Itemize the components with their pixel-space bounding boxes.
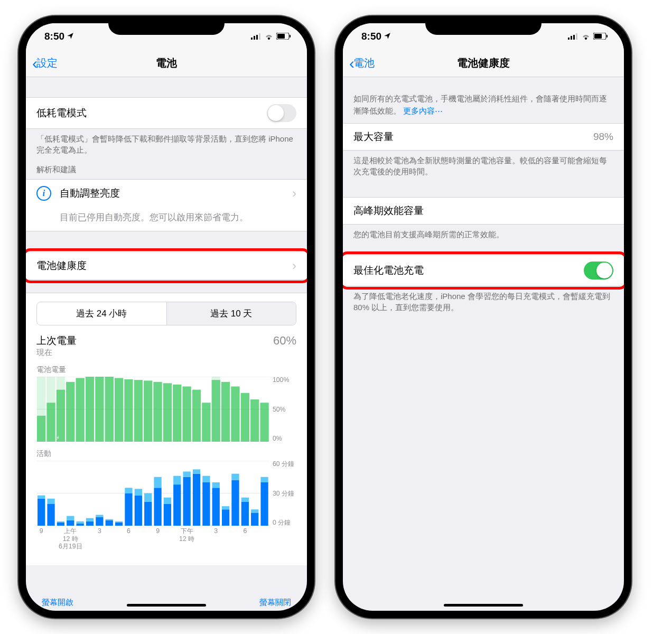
content-left[interactable]: 低耗電模式 「低耗電模式」會暫時降低下載和郵件擷取等背景活動，直到您將 iPho… (26, 77, 307, 611)
svg-text:下午: 下午 (181, 527, 193, 535)
nav-bar: ‹ 設定 電池 (26, 50, 307, 77)
battery-health-cell[interactable]: 電池健康度 › (26, 252, 307, 279)
svg-rect-92 (260, 482, 268, 526)
svg-text:⚡︎: ⚡︎ (56, 435, 60, 441)
svg-rect-88 (241, 502, 249, 526)
segment-10d[interactable]: 過去 10 天 (167, 302, 296, 325)
status-time: 8:50 (361, 31, 381, 42)
optimized-charging-cell[interactable]: 最佳化電池充電 (343, 255, 624, 286)
back-button[interactable]: ‹ 電池 (349, 55, 375, 71)
svg-rect-72 (164, 504, 171, 526)
chevron-right-icon: › (292, 258, 296, 273)
back-label: 電池 (353, 56, 375, 70)
svg-rect-59 (96, 515, 103, 517)
svg-text:6: 6 (127, 527, 130, 535)
screen-off-link[interactable]: 螢幕關閉 (259, 598, 291, 608)
svg-rect-75 (173, 476, 181, 484)
screen-on-link[interactable]: 螢幕開啟 (42, 598, 73, 608)
page-title: 電池健康度 (343, 56, 624, 70)
svg-rect-110 (573, 35, 575, 40)
content-right[interactable]: 如同所有的充電式電池，手機電池屬於消耗性組件，會隨著使用時間而逐漸降低效能。 更… (343, 77, 624, 611)
xaxis-svg: 9上午12 時6月19日369下午12 時36 (36, 526, 296, 553)
svg-rect-108 (568, 38, 570, 40)
battery-icon (593, 31, 608, 42)
svg-rect-86 (231, 480, 239, 526)
svg-rect-73 (164, 498, 171, 504)
home-indicator[interactable] (444, 604, 523, 607)
back-button[interactable]: ‹ 設定 (32, 55, 58, 71)
svg-rect-85 (222, 506, 229, 509)
svg-rect-2 (256, 35, 258, 40)
time-range-segment: 過去 24 小時 過去 10 天 (36, 302, 296, 325)
svg-rect-29 (182, 386, 191, 442)
svg-rect-87 (231, 474, 239, 480)
auto-brightness-label: 自動調整亮度 (60, 187, 120, 200)
segment-24h[interactable]: 過去 24 小時 (37, 302, 167, 325)
svg-rect-50 (57, 523, 64, 526)
low-power-footer: 「低耗電模式」會暫時降低下載和郵件擷取等背景活動，直到您將 iPhone 完全充… (26, 129, 307, 155)
svg-rect-80 (202, 482, 210, 526)
svg-rect-37 (250, 399, 259, 442)
svg-text:9: 9 (156, 527, 160, 535)
status-time: 8:50 (44, 31, 64, 42)
svg-rect-93 (260, 477, 268, 482)
low-power-label: 低耗電模式 (36, 106, 87, 120)
more-link[interactable]: 更多內容⋯ (403, 106, 443, 115)
svg-text:6: 6 (243, 527, 247, 535)
svg-rect-25 (144, 380, 152, 442)
svg-text:0 分鐘: 0 分鐘 (273, 519, 291, 526)
svg-rect-21 (105, 377, 114, 442)
home-indicator[interactable] (127, 604, 206, 607)
svg-rect-35 (231, 386, 239, 442)
optimized-charging-label: 最佳化電池充電 (353, 264, 424, 277)
svg-rect-34 (221, 382, 230, 442)
svg-rect-71 (154, 477, 161, 488)
svg-rect-68 (144, 502, 152, 526)
svg-rect-17 (66, 382, 74, 442)
optimized-charging-switch[interactable] (584, 262, 613, 279)
max-capacity-cell: 最大容量 98% (343, 124, 624, 150)
svg-text:30 分鐘: 30 分鐘 (273, 490, 294, 497)
svg-rect-24 (134, 380, 143, 442)
svg-rect-7 (290, 35, 291, 38)
chart2-title: 活動 (36, 449, 296, 459)
peak-performance-label: 高峰期效能容量 (353, 204, 424, 218)
svg-rect-38 (260, 403, 268, 442)
notch (425, 16, 542, 35)
svg-rect-66 (135, 496, 142, 526)
low-power-switch[interactable] (267, 104, 296, 122)
svg-rect-62 (115, 523, 123, 526)
svg-rect-56 (86, 521, 94, 526)
svg-rect-6 (277, 34, 285, 39)
chart2-svg: 60 分鐘30 分鐘0 分鐘 (36, 461, 296, 526)
svg-rect-55 (77, 521, 84, 524)
svg-point-4 (268, 38, 270, 40)
svg-rect-47 (38, 496, 45, 499)
peak-performance-cell: 高峰期效能容量 (343, 198, 624, 224)
battery-health-label: 電池健康度 (36, 259, 87, 273)
svg-rect-48 (47, 504, 54, 526)
svg-rect-23 (124, 379, 133, 442)
svg-rect-70 (154, 488, 161, 526)
optimized-charging-footer: 為了降低電池老化速度，iPhone 會學習您的每日充電模式，會暫緩充電到 80%… (343, 286, 624, 313)
svg-rect-26 (153, 382, 162, 442)
auto-brightness-cell[interactable]: i 自動調整亮度 › (26, 180, 307, 207)
low-power-mode-cell[interactable]: 低耗電模式 (26, 98, 307, 128)
svg-rect-14 (46, 377, 55, 403)
svg-rect-111 (576, 33, 577, 40)
info-icon: i (36, 186, 51, 201)
svg-rect-33 (212, 377, 220, 380)
svg-rect-46 (38, 499, 45, 526)
peak-performance-footer: 您的電池目前支援高峰期所需的正常效能。 (343, 225, 624, 240)
signal-icon (568, 31, 578, 42)
svg-rect-81 (202, 476, 210, 482)
svg-rect-90 (251, 512, 258, 526)
svg-text:50%: 50% (273, 406, 286, 413)
svg-rect-54 (77, 524, 84, 526)
last-charge-sub: 現在 (36, 348, 77, 358)
svg-text:0%: 0% (273, 435, 282, 442)
wifi-icon (264, 31, 274, 42)
battery-level-chart: 電池電量 ⚡︎100%50%0% (26, 360, 307, 444)
svg-rect-115 (606, 35, 608, 38)
svg-rect-114 (594, 34, 602, 39)
